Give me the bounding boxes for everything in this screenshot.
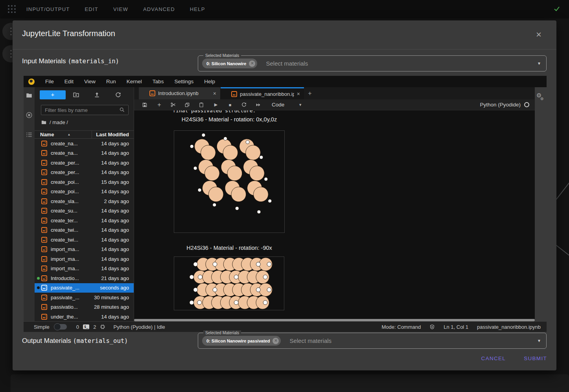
table-row[interactable]: create_poi... 15 days ago [35, 177, 134, 187]
terminals-count[interactable]: 0 [76, 324, 79, 330]
breadcrumb[interactable]: / made / [41, 119, 68, 125]
trust-shield-icon [429, 324, 435, 330]
cancel-button[interactable]: CANCEL [481, 355, 506, 361]
table-row[interactable]: import_ma... 14 days ago [35, 245, 134, 255]
table-row[interactable]: import_ma... 14 days ago [35, 254, 134, 264]
close-icon[interactable]: × [213, 90, 216, 97]
column-name[interactable]: Name [35, 132, 54, 137]
file-status-dot [37, 238, 40, 241]
table-row[interactable]: create_per... 14 days ago [35, 158, 134, 168]
table-row[interactable]: create_per... 14 days ago [35, 168, 134, 178]
file-browser-tab-icon[interactable] [26, 92, 33, 99]
file-status-dot [37, 258, 40, 260]
table-row[interactable]: passivate_... 30 minutes ago [35, 293, 134, 302]
notebook-file-icon [41, 141, 47, 147]
divider [13, 49, 556, 49]
new-folder-icon[interactable] [66, 92, 87, 98]
jupyter-menu-file[interactable]: File [45, 79, 54, 84]
submit-button[interactable]: SUBMIT [524, 355, 547, 361]
settings-gears-icon[interactable]: ⚙⚙ [536, 93, 541, 98]
jupyter-menu-help[interactable]: Help [204, 79, 215, 84]
chip-remove-icon[interactable]: × [273, 338, 279, 344]
material-chip[interactable]: 0: Silicon Nanowire × [202, 59, 257, 68]
structure-plot-1 [174, 130, 285, 233]
table-row[interactable]: passivatio... 28 minutes ago [35, 302, 134, 312]
active-filename[interactable]: passivate_nanoribbon.ipynb [477, 324, 541, 330]
running-kernels-icon[interactable] [26, 112, 33, 119]
menu-view[interactable]: VIEW [113, 6, 128, 12]
tab-passivate-nanoribbon[interactable]: passivate_nanoribbon.ipynb × [221, 87, 304, 99]
jupyter-activity-bar [24, 87, 35, 321]
file-status-dot [37, 219, 40, 222]
jupyter-menu-run[interactable]: Run [106, 79, 116, 84]
new-tab-button[interactable]: + [304, 87, 316, 99]
table-row[interactable]: create_ter... 14 days ago [35, 216, 134, 225]
app-logo-icon[interactable] [8, 5, 17, 14]
table-row[interactable]: import_ma... 14 days ago [35, 264, 134, 274]
file-modified: 2 days ago [104, 198, 134, 204]
table-row[interactable]: under_the... 14 days ago [35, 312, 134, 321]
table-row[interactable]: create_twi... 14 days ago [35, 235, 134, 245]
menu-input-output[interactable]: INPUT/OUTPUT [26, 6, 70, 12]
close-icon[interactable]: × [536, 30, 541, 39]
file-modified: 14 days ago [101, 141, 134, 147]
field-label: Selected Materials [203, 330, 241, 335]
upload-icon[interactable] [87, 92, 107, 98]
restart-run-all-icon[interactable] [255, 102, 261, 108]
new-launcher-button[interactable]: + [40, 90, 66, 99]
notebook-file-icon [41, 160, 47, 166]
cell-type-select[interactable]: Code [272, 102, 284, 108]
horizontal-scrollbar[interactable] [134, 319, 535, 321]
jupyter-menu-tabs[interactable]: Tabs [153, 79, 164, 84]
chevron-down-icon[interactable]: ▼ [537, 61, 541, 66]
cursor-position[interactable]: Ln 1, Col 1 [444, 324, 468, 330]
restart-kernel-icon[interactable] [241, 102, 247, 108]
menu-edit[interactable]: EDIT [85, 6, 98, 12]
jupyter-menu-view[interactable]: View [84, 79, 96, 84]
cut-icon[interactable] [170, 102, 177, 108]
notebook-file-icon [41, 256, 47, 262]
copy-icon[interactable] [184, 102, 191, 108]
table-of-contents-icon[interactable] [26, 131, 33, 138]
save-icon[interactable] [142, 102, 148, 108]
refresh-icon[interactable] [108, 92, 129, 98]
tab-introduction[interactable]: Introduction.ipynb × [139, 87, 221, 99]
table-row[interactable]: create_na... 14 days ago [35, 139, 134, 148]
file-status-dot [37, 181, 40, 183]
input-materials-select[interactable]: Selected Materials 0: Silicon Nanowire ×… [198, 55, 547, 71]
kernel-name[interactable]: Python (Pyodide) [480, 102, 521, 108]
paste-icon[interactable] [199, 102, 205, 108]
kernel-status-text[interactable]: Python (Pyodide) | Idle [113, 324, 165, 330]
file-name: create_ter... [51, 218, 78, 223]
mode-indicator[interactable]: Mode: Command [382, 324, 421, 330]
screen: INPUT/OUTPUT EDIT VIEW ADVANCED HELP Jup… [0, 0, 569, 392]
menu-advanced[interactable]: ADVANCED [143, 6, 175, 12]
simple-mode-toggle[interactable] [54, 324, 67, 330]
material-chip[interactable]: 0: Silicon Nanowire passivated × [202, 336, 281, 346]
file-status-dot [37, 200, 40, 203]
run-cell-icon[interactable]: ▶ [213, 102, 219, 107]
table-row[interactable]: create_sla... 2 days ago [35, 196, 134, 206]
table-row[interactable]: create_poi... 14 days ago [35, 187, 134, 197]
table-row[interactable]: passivate_... seconds ago [35, 283, 134, 293]
jupyter-menubar: File Edit View Run Kernel Tabs Settings … [24, 76, 547, 87]
notebook-file-icon [149, 90, 155, 96]
chevron-down-icon[interactable]: ▼ [298, 103, 302, 107]
table-row[interactable]: create_su... 14 days ago [35, 206, 134, 216]
table-row[interactable]: Introductio... 21 days ago [35, 273, 134, 283]
output-materials-select[interactable]: Selected Materials 0: Silicon Nanowire p… [198, 333, 547, 349]
chevron-down-icon[interactable]: ▼ [537, 339, 541, 343]
table-row[interactable]: create_twi... 14 days ago [35, 225, 134, 235]
menu-help[interactable]: HELP [190, 6, 205, 12]
jupyter-menu-settings[interactable]: Settings [174, 79, 193, 84]
table-row[interactable]: create_na... 14 days ago [35, 148, 134, 158]
kernels-count[interactable]: 2 [93, 324, 96, 330]
jupyter-menu-edit[interactable]: Edit [64, 79, 74, 84]
filter-files-input[interactable] [41, 105, 129, 115]
jupyter-menu-kernel[interactable]: Kernel [127, 79, 142, 84]
add-cell-icon[interactable]: + [156, 101, 162, 108]
close-icon[interactable]: × [297, 91, 300, 97]
chip-remove-icon[interactable]: × [249, 60, 255, 67]
stop-kernel-icon[interactable]: ■ [227, 103, 233, 107]
column-last-modified[interactable]: Last Modified [92, 131, 134, 138]
